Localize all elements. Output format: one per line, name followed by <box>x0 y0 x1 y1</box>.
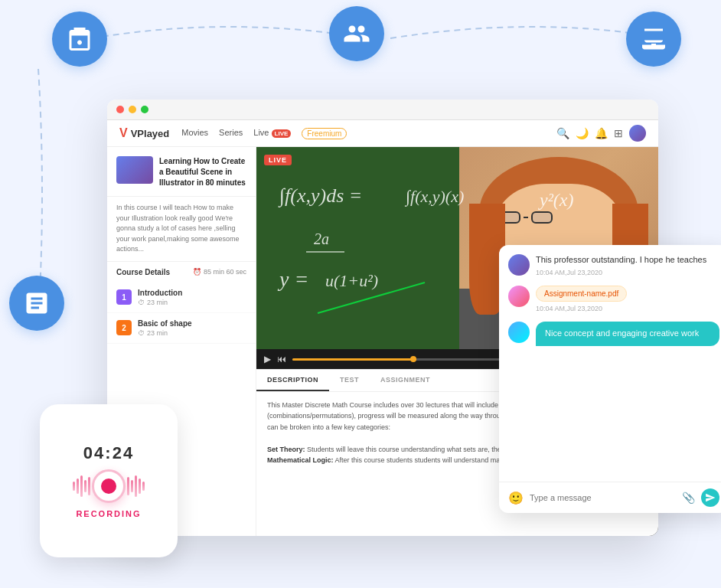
theme-icon[interactable]: 🌙 <box>576 127 589 139</box>
course-description: In this course I will teach How to make … <box>107 197 256 262</box>
chat-message-1: This professor outstanding. I hope he te… <box>508 254 719 276</box>
chat-time-1: 10:04 AM,Jul 23,2020 <box>536 269 719 276</box>
chat-bubble-teal: Nice concept and engaging creative work <box>536 322 719 345</box>
recording-label: RECORDING <box>76 509 141 518</box>
play-button[interactable]: ▶ <box>264 354 271 364</box>
chat-bubble-content-1: This professor outstanding. I hope he te… <box>536 254 719 276</box>
svg-text:u(1+u²): u(1+u²) <box>325 271 378 290</box>
svg-text:2a: 2a <box>314 230 329 247</box>
grid-icon[interactable]: ⊞ <box>614 127 623 139</box>
chat-text-1: This professor outstanding. I hope he te… <box>536 254 719 266</box>
chat-messages: This professor outstanding. I hope he te… <box>499 245 721 482</box>
user-avatar[interactable] <box>629 125 646 142</box>
lesson-time-1: ⏱ 23 min <box>138 299 246 306</box>
live-indicator: LIVE <box>272 129 292 138</box>
logo-v: V <box>119 126 128 140</box>
chat-avatar-2 <box>508 286 530 307</box>
wave-bar <box>77 479 79 494</box>
search-icon[interactable]: 🔍 <box>556 127 569 139</box>
nav-live[interactable]: Live LIVE <box>253 128 291 139</box>
maximize-button[interactable] <box>141 106 148 113</box>
section-label-2: Mathematical Logic: <box>267 456 334 464</box>
progress-dot <box>410 356 416 362</box>
lesson-info-2: Basic of shape ⏱ 23 min <box>138 319 246 337</box>
chat-time-2: 10:04 AM,Jul 23,2020 <box>536 305 719 312</box>
chat-input-row: 🙂 📎 <box>499 482 721 513</box>
send-button[interactable] <box>701 488 719 507</box>
wave-bar <box>135 475 137 497</box>
nav-series[interactable]: Series <box>219 128 243 139</box>
wave-bar <box>139 479 141 494</box>
wave-bar <box>131 480 133 492</box>
chat-avatar-1 <box>508 254 530 276</box>
wave-bar <box>88 477 90 495</box>
minimize-button[interactable] <box>129 106 136 113</box>
chat-file-badge[interactable]: Assignment-name.pdf <box>536 286 627 302</box>
logo: V VPlayed <box>119 126 169 140</box>
section-text-1: Students will leave this course understa… <box>307 446 524 453</box>
wave-bar <box>84 480 86 492</box>
nav-bar: V VPlayed Movies Series Live LIVE Freemi… <box>107 120 658 147</box>
lesson-number-1: 1 <box>116 289 132 305</box>
calendar-icon <box>52 11 107 67</box>
board-icon <box>9 276 64 331</box>
lesson-time-2: ⏱ 23 min <box>138 329 246 337</box>
nav-links: Movies Series Live LIVE Freemium <box>181 128 347 139</box>
lesson-item[interactable]: 2 Basic of shape ⏱ 23 min <box>107 313 256 344</box>
wave-bar <box>73 482 75 491</box>
close-button[interactable] <box>116 106 124 113</box>
chat-avatar-3 <box>508 322 530 343</box>
education-laptop-icon <box>626 11 681 67</box>
chat-message-2: Assignment-name.pdf 10:04 AM,Jul 23,2020 <box>508 286 719 312</box>
tab-test[interactable]: TEST <box>329 370 370 391</box>
course-details-label: Course Details <box>116 268 170 276</box>
bell-icon[interactable]: 🔔 <box>595 127 608 139</box>
recording-waveform <box>55 471 162 501</box>
svg-text:∫f(x,y)ds =: ∫f(x,y)ds = <box>278 185 362 207</box>
svg-text:∫f(x,y)(x): ∫f(x,y)(x) <box>404 187 464 207</box>
users-transfer-icon <box>329 6 384 61</box>
live-badge: LIVE <box>264 155 292 165</box>
nav-movies[interactable]: Movies <box>181 128 208 139</box>
course-details-row: Course Details ⏰ 85 min 60 sec <box>107 262 256 283</box>
chat-message-3: Nice concept and engaging creative work <box>508 322 719 348</box>
lesson-info-1: Introduction ⏱ 23 min <box>138 289 246 306</box>
course-thumbnail <box>116 156 153 184</box>
emoji-button[interactable]: 🙂 <box>508 491 524 505</box>
course-duration: ⏰ 85 min 60 sec <box>193 268 246 276</box>
record-dot <box>101 479 116 494</box>
lesson-item[interactable]: 1 Introduction ⏱ 23 min <box>107 283 256 313</box>
clock-icon: ⏰ <box>193 268 201 276</box>
attachment-button[interactable]: 📎 <box>682 492 695 504</box>
time-icon-2: ⏱ <box>138 329 145 337</box>
recording-time: 04:24 <box>83 443 134 463</box>
record-button[interactable] <box>92 469 126 503</box>
lesson-name-1: Introduction <box>138 289 246 297</box>
tab-description[interactable]: DESCRIPTION <box>256 370 329 391</box>
svg-text:y =: y = <box>277 267 308 291</box>
rewind-button[interactable]: ⏮ <box>277 354 286 364</box>
wave-bar <box>80 475 83 497</box>
section-label-1: Set Theory: <box>267 446 305 453</box>
live-badge-nav: Live <box>253 128 269 137</box>
nav-icons: 🔍 🌙 🔔 ⊞ <box>556 125 646 142</box>
browser-chrome <box>107 100 658 120</box>
time-icon: ⏱ <box>138 299 145 306</box>
tab-assignment[interactable]: ASSIGNMENT <box>370 370 441 391</box>
logo-text: VPlayed <box>131 128 170 139</box>
chat-bubble-content-3: Nice concept and engaging creative work <box>536 322 719 348</box>
chat-bubble-content-2: Assignment-name.pdf 10:04 AM,Jul 23,2020 <box>536 286 719 312</box>
course-title: Learning How to Create a Beautiful Scene… <box>159 156 246 188</box>
recording-widget: 04:24 RECORDING <box>40 404 178 557</box>
svg-text:y²(x): y²(x) <box>538 190 573 210</box>
wave-bar <box>127 477 129 495</box>
course-header: Learning How to Create a Beautiful Scene… <box>107 156 256 197</box>
wave-bar <box>142 482 145 491</box>
nav-freemium[interactable]: Freemium <box>302 128 347 139</box>
chat-input[interactable] <box>530 493 676 502</box>
progress-fill <box>292 358 416 361</box>
lesson-name-2: Basic of shape <box>138 319 246 328</box>
lesson-number-2: 2 <box>116 320 132 335</box>
chat-panel: This professor outstanding. I hope he te… <box>499 245 721 513</box>
